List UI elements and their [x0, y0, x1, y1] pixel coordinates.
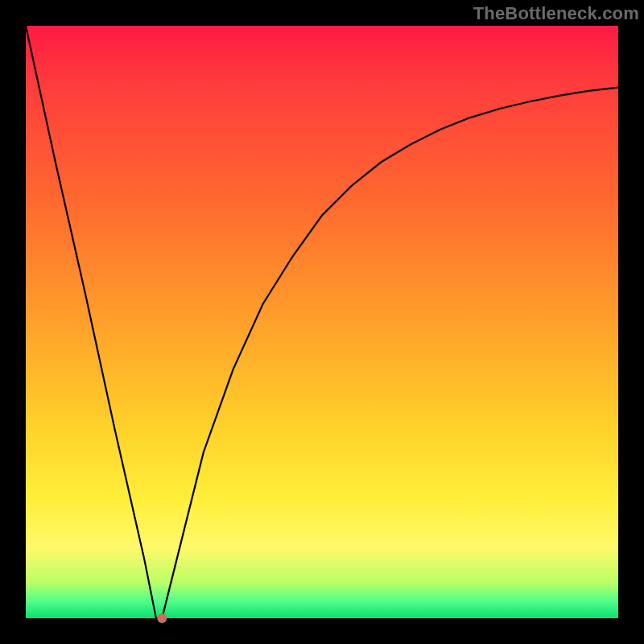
chart-svg	[26, 26, 618, 618]
chart-container: TheBottleneck.com	[0, 0, 644, 644]
watermark-text: TheBottleneck.com	[473, 3, 639, 24]
bottleneck-curve	[26, 26, 618, 618]
plot-area	[26, 26, 618, 618]
minimum-marker	[157, 613, 167, 623]
